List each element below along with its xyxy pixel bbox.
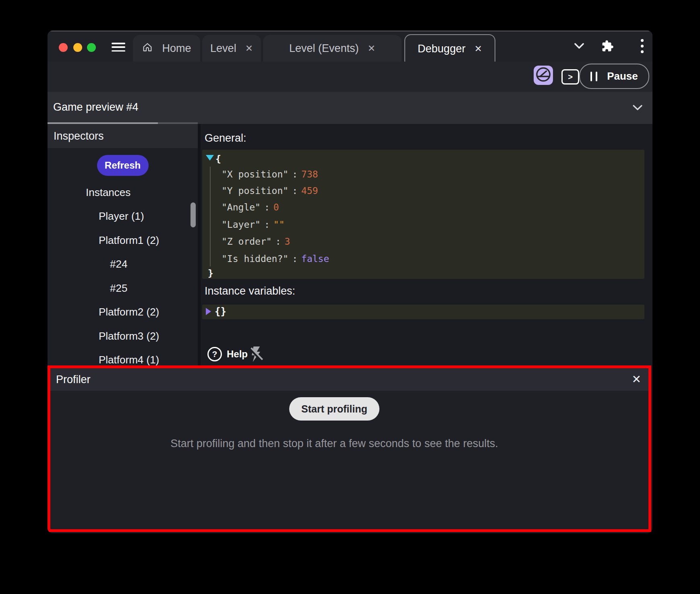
tree-item-instance-24[interactable]: #24	[48, 252, 198, 276]
inspectors-title: Inspectors	[54, 130, 104, 142]
screenshot: Home Level ✕ Level (Events) ✕ Debugger ✕	[0, 0, 700, 594]
json-close-brace: }	[202, 266, 650, 281]
json-open-brace: {	[202, 151, 652, 167]
profiler-message: Start profiling and then stop it after a…	[113, 437, 556, 450]
close-tab-icon[interactable]: ✕	[368, 44, 375, 53]
game-preview-selector[interactable]: Game preview #4	[48, 92, 652, 124]
tab-debugger[interactable]: Debugger ✕	[404, 34, 495, 62]
chevron-right-icon: >	[568, 72, 573, 82]
json-row: "Z order":3	[202, 234, 652, 249]
start-profiling-button[interactable]: Start profiling	[289, 397, 379, 421]
dropdown-chevron-icon	[632, 105, 643, 112]
json-row: "Layer":""	[202, 217, 652, 232]
json-row: "Angle":0	[202, 200, 652, 215]
profiler-header: Profiler ✕	[50, 368, 648, 391]
close-window-button[interactable]	[59, 43, 68, 52]
app-window: Home Level ✕ Level (Events) ✕ Debugger ✕	[48, 31, 652, 533]
pause-button[interactable]: Pause	[579, 64, 649, 89]
help-button[interactable]: Help	[227, 340, 248, 368]
close-tab-icon[interactable]: ✕	[474, 44, 482, 54]
help-icon[interactable]: ?	[207, 347, 222, 361]
general-section-title: General:	[205, 132, 246, 144]
tree-item-player[interactable]: Player (1)	[48, 204, 198, 228]
titlebar: Home Level ✕ Level (Events) ✕ Debugger ✕	[48, 31, 652, 62]
panel-divider	[198, 124, 201, 365]
inspectors-sidebar: Inspectors Refresh Instances Player (1) …	[48, 124, 198, 365]
close-tab-icon[interactable]: ✕	[245, 44, 253, 53]
general-json-view: { "X position":738 "Y position":459 "Ang…	[202, 150, 644, 279]
zoom-window-button[interactable]	[87, 43, 96, 52]
tree-item-instance-25[interactable]: #25	[48, 276, 198, 300]
sidebar-scrollbar-thumb[interactable]	[191, 202, 196, 227]
profiler-title: Profiler	[56, 368, 91, 391]
tree-item-platform2[interactable]: Platform2 (2)	[48, 300, 198, 324]
flash-off-icon[interactable]	[248, 346, 264, 365]
instance-variables-view: {}	[202, 305, 644, 319]
gauge-icon	[535, 66, 552, 85]
tab-label: Level (Events)	[289, 42, 359, 55]
tab-home[interactable]: Home	[133, 35, 200, 62]
minimize-window-button[interactable]	[73, 43, 82, 52]
tree-item-platform1[interactable]: Platform1 (2)	[48, 229, 198, 252]
menu-hamburger-icon[interactable]	[112, 43, 125, 52]
json-row: "X position":738	[202, 167, 652, 182]
close-profiler-icon[interactable]: ✕	[632, 368, 641, 390]
pause-icon	[590, 72, 597, 81]
tab-level[interactable]: Level ✕	[202, 35, 261, 62]
tab-label: Home	[162, 42, 191, 55]
tab-label: Debugger	[418, 43, 466, 55]
console-button[interactable]: >	[561, 69, 579, 85]
game-preview-label: Game preview #4	[53, 92, 139, 122]
tree-item-instances[interactable]: Instances	[48, 181, 198, 204]
inspectors-header: Inspectors	[48, 124, 198, 148]
tab-level-events[interactable]: Level (Events) ✕	[263, 35, 402, 62]
instance-variables-title: Instance variables:	[205, 285, 295, 297]
debugger-toolbar: > Pause	[48, 62, 652, 92]
tree-item-platform4[interactable]: Platform4 (1)	[48, 348, 198, 365]
tab-label: Level	[210, 42, 236, 55]
refresh-button[interactable]: Refresh	[97, 155, 149, 176]
profiler-toggle-button[interactable]	[534, 66, 553, 85]
pause-label: Pause	[607, 70, 638, 82]
expand-triangle-icon[interactable]	[206, 308, 211, 315]
chevron-down-icon[interactable]	[570, 31, 589, 62]
extensions-puzzle-icon[interactable]	[598, 31, 617, 62]
help-row: ? Help	[201, 340, 652, 369]
tree-item-platform3[interactable]: Platform3 (2)	[48, 324, 198, 348]
variables-value: {}	[215, 305, 226, 319]
profiler-panel: Profiler ✕ Start profiling Start profili…	[48, 365, 651, 532]
kebab-menu-icon[interactable]	[632, 31, 652, 62]
instance-inspector-panel: General: { "X position":738 "Y position"…	[201, 124, 652, 365]
json-row: "Is hidden?":false	[202, 251, 652, 266]
home-icon	[142, 41, 153, 56]
json-row: "Y position":459	[202, 183, 652, 198]
